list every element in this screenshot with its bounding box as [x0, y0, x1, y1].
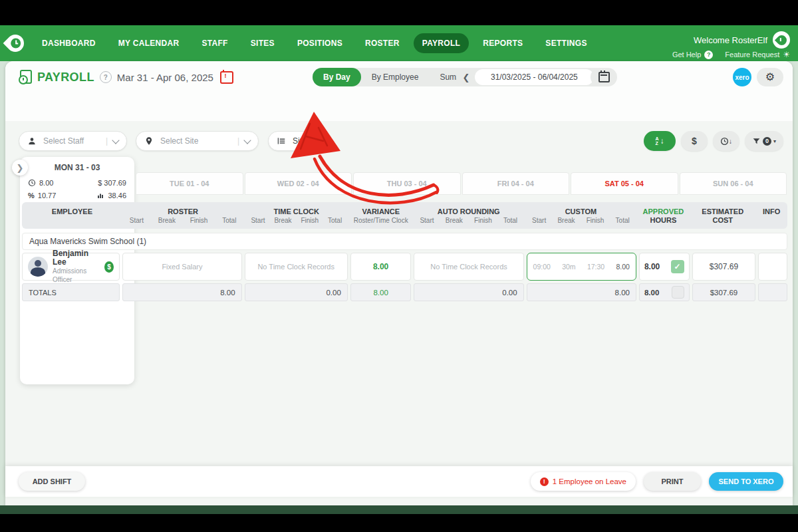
person-icon: [27, 136, 37, 146]
day-tab-sat[interactable]: SAT 05 - 04: [571, 172, 678, 195]
nav-item-sites[interactable]: SITES: [242, 33, 283, 53]
feature-request-link[interactable]: Feature Request ☀: [725, 50, 790, 59]
day-tab-wed[interactable]: WED 02 - 04: [245, 172, 352, 195]
custom-finish-input[interactable]: 17:30: [587, 263, 604, 271]
nav-item-my-calendar[interactable]: MY CALENDAR: [110, 33, 188, 53]
col-approved-hours: APPROVED: [643, 207, 684, 216]
col-time-clock: TIME CLOCK: [274, 207, 319, 216]
account-logo-icon[interactable]: [773, 31, 790, 49]
send-to-xero-button[interactable]: SEND TO XERO: [709, 472, 783, 491]
totals-info-cell: [758, 283, 787, 301]
select-site-dropdown[interactable]: Select Site |: [136, 131, 259, 151]
bar-chart-icon: [96, 192, 104, 200]
day-cost-value: $ 307.69: [98, 179, 126, 187]
week-range-label: Mar 31 - Apr 06, 2025: [117, 72, 213, 83]
nav-item-staff[interactable]: STAFF: [193, 33, 236, 53]
time-clock-button[interactable]: ↓: [713, 131, 739, 151]
totals-variance-cell: 8.00: [350, 283, 412, 301]
approve-all-checkbox[interactable]: [672, 286, 684, 299]
custom-total-value: 8.00: [616, 263, 629, 271]
add-shift-button[interactable]: ADD SHIFT: [19, 472, 85, 491]
approved-hours-cell: 8.00 ✓: [639, 253, 690, 281]
nav-item-positions[interactable]: POSITIONS: [289, 33, 351, 53]
estimated-cost-cell: $307.69: [692, 253, 756, 281]
time-clock-cell[interactable]: No Time Clock Records: [245, 253, 348, 281]
select-staff-dropdown[interactable]: Select Staff |: [19, 131, 127, 151]
dollar-icon: $: [692, 136, 697, 146]
totals-auto-rounding-value: 0.00: [502, 289, 517, 297]
sub-finish: Finish: [190, 216, 208, 225]
pay-rate-badge[interactable]: $: [104, 261, 114, 273]
nav-item-settings[interactable]: SETTINGS: [537, 33, 595, 53]
day-tab-strip: TUE 01 - 04 WED 02 - 04 THU 03 - 04 FRI …: [136, 172, 787, 195]
collapse-day-button[interactable]: ❯: [12, 160, 28, 176]
prev-week-button[interactable]: ❮: [458, 72, 475, 82]
rosterelf-logo-icon[interactable]: [3, 31, 28, 56]
get-help-link[interactable]: Get Help ?: [672, 51, 713, 59]
sub-start: Start: [251, 216, 265, 225]
calendar-icon: [598, 72, 610, 82]
xero-badge[interactable]: xero: [733, 68, 751, 86]
day-stats: 8.00 $ 307.69 % 10.77 38.46: [28, 179, 126, 200]
chevron-down-icon: [112, 136, 119, 144]
totals-auto-rounding-cell: 0.00: [414, 283, 523, 301]
payroll-help-icon[interactable]: ?: [100, 71, 112, 83]
alert-icon: !: [540, 477, 549, 486]
custom-break-input[interactable]: 30m: [562, 263, 575, 271]
feature-request-label: Feature Request: [725, 51, 779, 59]
calendar-button[interactable]: [591, 68, 617, 86]
welcome-text: Welcome RosterElf: [694, 35, 767, 45]
print-button[interactable]: PRINT: [644, 472, 701, 491]
bottom-green-strip: [0, 505, 798, 514]
clock-icon: [28, 179, 36, 187]
percent-icon: %: [28, 192, 35, 200]
custom-start-input[interactable]: 09:00: [533, 263, 551, 271]
sub-finish: Finish: [587, 216, 604, 225]
day-tab-fri[interactable]: FRI 04 - 04: [462, 172, 570, 195]
nav-item-payroll[interactable]: PAYROLL: [414, 33, 469, 53]
payroll-title-icon: [19, 70, 32, 84]
selected-day-label[interactable]: MON 31 - 03: [20, 157, 134, 172]
day-percent-stat: % 10.77: [28, 192, 77, 200]
day-percent-value: 10.77: [38, 192, 57, 200]
site-group-row[interactable]: Aqua Mavericks Swim School (1): [22, 233, 787, 250]
tab-by-day[interactable]: By Day: [313, 68, 361, 86]
pay-rates-button[interactable]: $: [681, 131, 708, 151]
nav-item-dashboard[interactable]: DASHBOARD: [33, 33, 104, 53]
filter-button[interactable]: 0 ▾: [745, 131, 783, 151]
tab-by-employee[interactable]: By Employee: [361, 68, 430, 86]
sub-finish: Finish: [301, 216, 319, 225]
col-employee: EMPLOYEE: [52, 207, 92, 216]
employee-position: Admissions Officer: [53, 267, 100, 284]
col-custom: CUSTOM: [565, 207, 597, 216]
totals-approved-value: 8.00: [644, 289, 659, 297]
custom-hours-cell[interactable]: 09:00 30m 17:30 8.00: [527, 253, 636, 281]
date-range-value[interactable]: 31/03/2025 - 06/04/2025: [475, 69, 594, 85]
nav-item-roster[interactable]: ROSTER: [356, 33, 408, 53]
totals-row: TOTALS 8.00 0.00 8.00 0.00 8.00 8.00 $30…: [22, 283, 787, 301]
payroll-table-header: EMPLOYEE ROSTER StartBreakFinishTotal TI…: [22, 202, 787, 229]
employee-on-leave-button[interactable]: ! 1 Employee on Leave: [531, 472, 636, 491]
approve-checkbox[interactable]: ✓: [671, 260, 684, 273]
sub-start: Start: [130, 216, 144, 225]
estimated-cost-value: $307.69: [710, 262, 738, 271]
day-tab-sun[interactable]: SUN 06 - 04: [680, 172, 787, 195]
totals-estimated-value: $307.69: [710, 289, 738, 297]
sort-button[interactable]: AZ ↓: [644, 131, 676, 151]
settings-button[interactable]: ⚙: [757, 68, 783, 86]
totals-roster-cell: 8.00: [122, 283, 241, 301]
sort-az-icon: AZ: [655, 136, 658, 146]
nav-item-reports[interactable]: REPORTS: [474, 33, 531, 53]
alert-calendar-icon[interactable]: [220, 71, 233, 84]
filter-count-badge: 0: [763, 137, 771, 146]
employee-cell[interactable]: Benjamin Lee Admissions Officer $: [22, 253, 120, 281]
auto-rounding-cell[interactable]: No Time Clock Records: [414, 253, 523, 281]
day-tab-tue[interactable]: TUE 01 - 04: [136, 172, 243, 195]
group-by-dropdown[interactable]: Site: [268, 131, 327, 151]
app-viewport: DASHBOARD MY CALENDAR STAFF SITES POSITI…: [0, 25, 798, 514]
roster-value: Fixed Salary: [162, 263, 202, 271]
day-tab-thu[interactable]: THU 03 - 04: [353, 172, 461, 195]
day-hours-stat: 8.00: [28, 179, 77, 187]
roster-cell[interactable]: Fixed Salary: [122, 253, 241, 281]
get-help-label: Get Help: [672, 51, 701, 59]
